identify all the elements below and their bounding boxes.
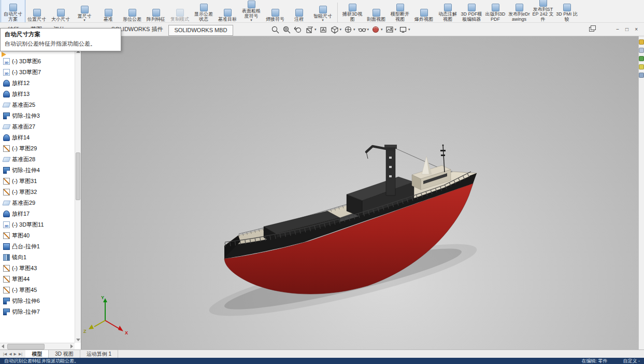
tree-item[interactable]: (-) 3D草图7 bbox=[0, 67, 75, 78]
tree-item[interactable]: 放样12 bbox=[0, 78, 75, 89]
first-tab-icon[interactable]: |◀ bbox=[3, 352, 7, 356]
graphics-viewport[interactable]: Y X Z bbox=[81, 36, 638, 349]
ribbon-button[interactable]: 复制模式 bbox=[168, 0, 192, 22]
scrollbar-thumb[interactable] bbox=[76, 152, 80, 200]
tree-item[interactable]: (-) 3D草图6 bbox=[0, 56, 75, 67]
sketch3d-icon bbox=[3, 69, 10, 76]
sketch-icon bbox=[3, 232, 10, 239]
tree-item[interactable]: 基准面27 bbox=[0, 121, 75, 132]
ribbon-button[interactable]: 基准目标 bbox=[216, 0, 239, 22]
ribbon-button[interactable]: 3D PDF模板编辑器 bbox=[460, 0, 483, 22]
bottom-tab-1[interactable]: 3D 视图 bbox=[49, 350, 80, 358]
ribbon-button[interactable]: 自动尺寸方案 bbox=[1, 0, 25, 22]
ribbon-button[interactable]: 位置尺寸 bbox=[25, 0, 49, 22]
ribbon-button[interactable]: 大小尺寸 bbox=[49, 0, 73, 22]
ribbon-button[interactable]: 爆炸视图 bbox=[412, 0, 436, 22]
status-custom[interactable]: 自定义 - bbox=[623, 358, 640, 364]
ribbon-button[interactable]: 出版到3D PDF bbox=[483, 0, 507, 22]
ribbon-button[interactable]: 焊接符号 bbox=[263, 0, 287, 22]
ribbon-button[interactable]: 动态注解视图 bbox=[436, 0, 460, 22]
hide-show-items-icon[interactable]: ▾ bbox=[357, 24, 370, 35]
feature-tree: (-) 3D草图6(-) 3D草图7放样12放样13基准面25切除-拉伸3基准面… bbox=[0, 49, 75, 343]
design-library-icon[interactable] bbox=[639, 48, 644, 53]
ribbon-button[interactable]: 表面粗糙度符号▾ bbox=[239, 0, 263, 22]
chevron-down-icon: ▾ bbox=[408, 27, 410, 32]
ribbon-button[interactable]: 注程 bbox=[287, 0, 311, 22]
scroll-right-icon[interactable] bbox=[70, 344, 73, 348]
cascade-windows-icon[interactable] bbox=[589, 27, 594, 32]
scroll-left-icon[interactable] bbox=[2, 344, 4, 348]
file-explorer-icon[interactable] bbox=[639, 56, 644, 61]
tree-item[interactable]: 切除-拉伸3 bbox=[0, 110, 75, 121]
tree-item[interactable]: 凸台-拉伸1 bbox=[0, 241, 75, 252]
view-palette-icon[interactable] bbox=[639, 64, 644, 69]
tree-item[interactable]: (-) 草图31 bbox=[0, 176, 75, 187]
triad-z-label: Z bbox=[83, 329, 87, 334]
ribbon-separator bbox=[337, 3, 338, 22]
tree-item[interactable]: 放样17 bbox=[0, 208, 75, 219]
ribbon-button[interactable]: 捕获3D视图 bbox=[340, 0, 364, 22]
tab-5[interactable]: SOLIDWORKS MBD bbox=[168, 25, 233, 36]
last-tab-icon[interactable]: ▶| bbox=[19, 352, 22, 356]
ribbon-button[interactable]: 3D PMI 比较 bbox=[555, 0, 579, 22]
tree-item[interactable]: 切除-拉伸6 bbox=[0, 296, 75, 306]
ribbon-button[interactable]: 模型断开视图 bbox=[388, 0, 412, 22]
scroll-down-icon[interactable] bbox=[76, 339, 80, 341]
tree-horizontal-scrollbar[interactable] bbox=[0, 343, 75, 349]
tree-item[interactable]: (-) 草图29 bbox=[0, 143, 75, 154]
ribbon-button[interactable]: 阵列特征 bbox=[144, 0, 168, 22]
tree-item[interactable]: 基准面29 bbox=[0, 198, 75, 208]
resources-icon[interactable] bbox=[639, 39, 644, 45]
view-orientation-icon[interactable]: ▾ bbox=[330, 24, 342, 35]
apply-scene-icon[interactable]: ▾ bbox=[385, 24, 397, 35]
scrollbar-thumb[interactable] bbox=[7, 344, 45, 349]
ribbon-button[interactable]: 显示公差状态 bbox=[192, 0, 216, 22]
ribbon-button-icon bbox=[420, 9, 428, 17]
ribbon-button[interactable]: 置尺寸▾ bbox=[73, 0, 96, 22]
ribbon-buttons: 自动尺寸方案位置尺寸大小尺寸置尺寸▾基准形位公差阵列特征复制模式显示公差状态基准… bbox=[1, 0, 579, 22]
edit-appearance-icon[interactable]: ▾ bbox=[371, 24, 383, 35]
ribbon-button[interactable]: 发布到eDrawings bbox=[507, 0, 531, 22]
viewport-canvas[interactable]: Y X Z bbox=[81, 36, 638, 349]
zoom-area-icon[interactable] bbox=[282, 24, 292, 35]
tree-item[interactable]: 镜向1 bbox=[0, 252, 75, 263]
tree-item[interactable]: (-) 草图43 bbox=[0, 263, 75, 274]
restore-window-icon[interactable]: □ bbox=[625, 26, 628, 33]
ribbon-button[interactable]: 基准 bbox=[96, 0, 120, 22]
close-window-icon[interactable]: × bbox=[635, 26, 638, 33]
tree-item[interactable]: 草图44 bbox=[0, 274, 75, 285]
bottom-tab-0[interactable]: 模型 bbox=[25, 350, 49, 358]
bottom-tabs: 模型3D 视图运动算例 1 bbox=[25, 350, 118, 358]
tree-item[interactable]: 切除-拉伸4 bbox=[0, 165, 75, 176]
tree-item[interactable]: 放样14 bbox=[0, 132, 75, 143]
tree-item[interactable]: (-) 3D草图11 bbox=[0, 219, 75, 230]
appearances-icon[interactable] bbox=[639, 73, 644, 78]
dynamic-annotation-views-icon[interactable] bbox=[319, 24, 328, 35]
section-view-icon[interactable]: ▾ bbox=[305, 24, 317, 35]
ribbon-button[interactable]: 剖面视图 bbox=[364, 0, 388, 22]
tooltip: 自动尺寸方案 自动识别公差特征并指派功能公差。 bbox=[0, 28, 121, 51]
minimize-window-icon[interactable]: − bbox=[616, 26, 619, 33]
orientation-triad: Y X Z bbox=[83, 295, 128, 335]
bottom-tab-2[interactable]: 运动算例 1 bbox=[80, 350, 118, 358]
previous-view-icon[interactable] bbox=[293, 24, 303, 35]
display-style-icon[interactable]: ▾ bbox=[344, 24, 356, 35]
ribbon-button[interactable]: 发布到STEP 242 文件 bbox=[531, 0, 555, 22]
next-tab-icon[interactable]: ▶ bbox=[14, 352, 17, 356]
ribbon: 自动尺寸方案位置尺寸大小尺寸置尺寸▾基准形位公差阵列特征复制模式显示公差状态基准… bbox=[0, 0, 644, 23]
ribbon-button[interactable]: 形位公差 bbox=[120, 0, 144, 22]
tree-item[interactable]: (-) 草图32 bbox=[0, 187, 75, 198]
prev-tab-icon[interactable]: ◀ bbox=[9, 352, 11, 356]
tree-item[interactable]: (-) 草图45 bbox=[0, 285, 75, 296]
tree-item[interactable]: 放样13 bbox=[0, 89, 75, 100]
ribbon-button[interactable]: 智能尺寸▾ bbox=[311, 0, 335, 22]
view-settings-icon[interactable]: ▾ bbox=[398, 24, 411, 35]
tree-item[interactable]: 草图40 bbox=[0, 230, 75, 241]
tree-item[interactable]: 基准面25 bbox=[0, 100, 75, 110]
tree-item[interactable]: 基准面28 bbox=[0, 154, 75, 165]
chevron-down-icon: ▾ bbox=[322, 19, 324, 22]
tree-item[interactable]: 切除-拉伸7 bbox=[0, 306, 75, 317]
zoom-fit-icon[interactable] bbox=[270, 24, 280, 35]
tree-vertical-scrollbar[interactable] bbox=[75, 49, 81, 343]
chevron-down-icon: ▾ bbox=[367, 27, 369, 32]
